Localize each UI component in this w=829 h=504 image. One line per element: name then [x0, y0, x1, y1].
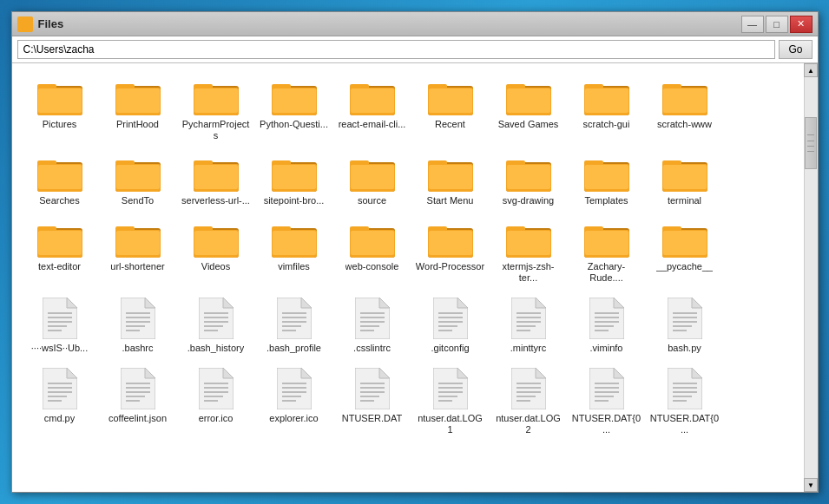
folder-label: Start Menu [427, 195, 474, 206]
maximize-button[interactable]: □ [766, 16, 788, 33]
svg-rect-86 [585, 165, 628, 189]
main-window: Files — □ ✕ Go Pictures PrintHood [11, 11, 819, 493]
doc-icon [121, 298, 155, 339]
file-item[interactable]: coffeelint.json [99, 361, 177, 442]
folder-item[interactable]: Python-Questi... [255, 72, 333, 148]
file-grid-container[interactable]: Pictures PrintHood PycharmProjects Pytho… [12, 63, 804, 492]
folder-item[interactable]: Searches [21, 148, 99, 213]
scroll-up-button[interactable]: ▲ [804, 63, 818, 77]
file-label: bash.py [668, 343, 701, 354]
folder-item[interactable]: __pycache__ [646, 214, 724, 291]
folder-item[interactable]: serverless-url-... [177, 148, 255, 213]
svg-rect-126 [507, 231, 550, 255]
file-label: explorer.ico [269, 413, 318, 424]
folder-item[interactable]: Videos [177, 214, 255, 291]
folder-item[interactable]: web-console [333, 214, 411, 291]
folder-item[interactable]: Word-Processor [411, 214, 490, 291]
svg-rect-76 [429, 165, 472, 189]
folder-label: scratch-gui [583, 119, 630, 130]
svg-marker-250 [614, 368, 624, 378]
folder-item[interactable]: xtermjs-zsh-ter... [490, 214, 568, 291]
folder-item[interactable]: url-shortener [99, 214, 177, 291]
file-item[interactable]: .csslintrc [333, 291, 411, 361]
file-item[interactable]: cmd.py [21, 361, 99, 442]
folder-item[interactable]: PrintHood [99, 72, 177, 148]
go-button[interactable]: Go [779, 40, 812, 59]
file-label: .minttyrc [510, 343, 547, 354]
doc-icon [277, 298, 312, 339]
file-label: .bash_history [188, 343, 244, 354]
svg-rect-1 [19, 20, 24, 23]
file-item[interactable]: explorer.ico [255, 361, 333, 442]
scroll-thumb[interactable] [805, 117, 817, 169]
svg-marker-236 [457, 368, 468, 378]
folder-item[interactable]: Zachary-Rude.... [568, 214, 646, 291]
folder-item[interactable]: svg-drawing [490, 148, 568, 213]
folder-item[interactable]: scratch-www [646, 72, 724, 148]
svg-marker-173 [457, 298, 468, 308]
folder-label: PycharmProjects [181, 119, 251, 141]
folder-icon [194, 155, 239, 192]
file-item[interactable]: NTUSER.DAT{0... [646, 361, 724, 442]
file-item[interactable]: ····wsIS··Ub... [21, 291, 99, 361]
address-input[interactable] [17, 40, 776, 59]
file-label: cmd.py [44, 413, 75, 424]
file-item[interactable]: .bashrc [99, 291, 177, 361]
app-icon [17, 16, 33, 32]
folder-item[interactable]: PycharmProjects [177, 72, 255, 148]
svg-rect-91 [663, 165, 707, 189]
folder-item[interactable]: vimfiles [255, 214, 333, 291]
scroll-track[interactable] [805, 77, 818, 478]
folder-icon [662, 221, 707, 258]
folder-label: Templates [584, 195, 628, 206]
folder-icon [194, 221, 239, 258]
folder-item[interactable]: Saved Games [490, 72, 568, 148]
folder-label: vimfiles [278, 261, 310, 272]
svg-rect-71 [351, 165, 394, 189]
folder-label: url-shortener [110, 261, 164, 272]
svg-marker-257 [692, 368, 702, 378]
close-button[interactable]: ✕ [790, 16, 813, 33]
file-item[interactable]: ntuser.dat.LOG2 [490, 361, 568, 442]
svg-rect-106 [194, 231, 238, 255]
folder-item[interactable]: Pictures [21, 72, 99, 148]
svg-marker-152 [223, 298, 234, 308]
doc-icon [355, 298, 390, 339]
scroll-down-button[interactable]: ▼ [804, 478, 818, 492]
file-grid: Pictures PrintHood PycharmProjects Pytho… [21, 72, 795, 443]
file-item[interactable]: NTUSER.DAT [333, 361, 411, 442]
folder-icon [350, 155, 395, 192]
folder-icon [506, 79, 551, 115]
file-item[interactable]: .bash_profile [255, 291, 333, 361]
folder-item[interactable]: Start Menu [411, 148, 490, 213]
folder-label: Zachary-Rude.... [572, 261, 641, 284]
file-item[interactable]: bash.py [646, 291, 724, 361]
svg-rect-111 [273, 231, 316, 255]
folder-item[interactable]: text-editor [21, 214, 99, 291]
folder-label: Pictures [43, 119, 77, 130]
scrollbar[interactable]: ▲ ▼ [804, 63, 818, 492]
folder-item[interactable]: sitepoint-bro... [255, 148, 333, 213]
folder-label: Word-Processor [416, 261, 484, 272]
folder-item[interactable]: SendTo [99, 148, 177, 213]
folder-icon [37, 221, 82, 258]
folder-label: source [358, 195, 386, 206]
folder-item[interactable]: Templates [568, 148, 646, 213]
grip-line-3 [807, 146, 814, 147]
folder-item[interactable]: react-email-cli... [333, 72, 411, 148]
file-item[interactable]: .viminfo [568, 291, 646, 361]
folder-label: Searches [39, 195, 79, 206]
file-item[interactable]: .gitconfig [411, 291, 490, 361]
folder-item[interactable]: source [333, 148, 411, 213]
file-item[interactable]: error.ico [177, 361, 255, 442]
folder-item[interactable]: scratch-gui [568, 72, 646, 148]
file-item[interactable]: .bash_history [177, 291, 255, 361]
file-item[interactable]: .minttyrc [490, 291, 568, 361]
minimize-button[interactable]: — [741, 16, 764, 33]
folder-item[interactable]: Recent [411, 72, 490, 148]
doc-icon [433, 368, 468, 409]
file-item[interactable]: ntuser.dat.LOG1 [411, 361, 490, 442]
file-item[interactable]: NTUSER.DAT{0... [568, 361, 646, 442]
folder-item[interactable]: terminal [646, 148, 724, 213]
folder-label: react-email-cli... [339, 119, 406, 130]
